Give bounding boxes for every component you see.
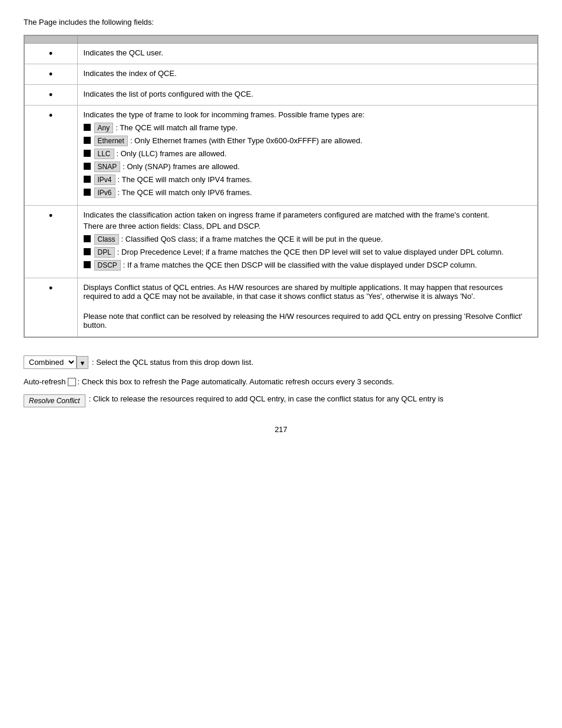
desc-cell: Indicates the list of ports configured w… [77,85,538,106]
bottom-section: Combined Static Voice VLAN MSTP ▼ : Sele… [24,355,538,407]
desc-cell: Displays Conflict status of QCL entries.… [77,278,538,338]
list-item: Ethernet: Only Ethernet frames (with Eth… [84,136,532,146]
desc-cell: Indicates the classification action take… [77,206,538,278]
table-row: • Indicates the type of frame to look fo… [24,106,538,206]
list-item: DPL: Drop Precedence Level; if a frame m… [84,247,532,258]
black-square-icon [84,150,91,157]
qcl-status-select[interactable]: Combined Static Voice VLAN MSTP [24,355,77,369]
col-header-2 [77,35,538,44]
list-item: SNAP: Only (SNAP) frames are allowed. [84,162,532,172]
list-item: LLC: Only (LLC) frames are allowed. [84,149,532,159]
dropdown-label: : Select the QCL status from this drop d… [92,358,253,367]
bullet-cell: • [24,206,77,278]
dropdown-row: Combined Static Voice VLAN MSTP ▼ : Sele… [24,355,538,369]
bullet-cell: • [24,278,77,338]
black-square-icon [84,235,91,242]
list-item: DSCP: If a frame matches the QCE then DS… [84,260,532,271]
black-square-icon [84,189,91,196]
col-header-1 [24,35,77,44]
desc-cell: Indicates the QCL user. [77,44,538,64]
dropdown-arrow-icon[interactable]: ▼ [77,356,88,369]
bullet-cell: • [24,44,77,64]
bullet-cell: • [24,64,77,85]
list-item: IPv6: The QCE will match only IPV6 frame… [84,187,532,198]
list-item: IPv4: The QCE will match only IPV4 frame… [84,174,532,185]
bullet-cell: • [24,85,77,106]
desc-cell: Indicates the type of frame to look for … [77,106,538,206]
table-row: • Indicates the list of ports configured… [24,85,538,106]
list-item: Class: Classified QoS class; if a frame … [84,234,532,245]
main-table: • Indicates the QCL user. • Indicates th… [24,35,538,338]
black-square-icon [84,261,91,268]
resolve-conflict-description: : Click to release the resources require… [89,394,444,403]
autorefresh-checkbox[interactable] [68,378,76,386]
black-square-icon [84,124,91,131]
autorefresh-label-pre: Auto-refresh [24,377,66,386]
autorefresh-row: Auto-refresh : Check this box to refresh… [24,377,538,386]
list-item: Any: The QCE will match all frame type. [84,123,532,133]
black-square-icon [84,176,91,183]
resolve-conflict-button[interactable]: Resolve Conflict [24,394,85,407]
autorefresh-label-post: : Check this box to refresh the Page aut… [78,377,394,386]
black-square-icon [84,163,91,170]
black-square-icon [84,248,91,255]
black-square-icon [84,137,91,144]
resolve-conflict-row: Resolve Conflict : Click to release the … [24,394,538,407]
desc-cell: Indicates the index of QCE. [77,64,538,85]
table-row: • Indicates the QCL user. [24,44,538,64]
bullet-cell: • [24,106,77,206]
page-number: 217 [24,425,538,434]
table-row: • Indicates the classification action ta… [24,206,538,278]
table-row: • Displays Conflict status of QCL entrie… [24,278,538,338]
table-row: • Indicates the index of QCE. [24,64,538,85]
intro-text: The Page includes the following fields: [24,18,538,27]
